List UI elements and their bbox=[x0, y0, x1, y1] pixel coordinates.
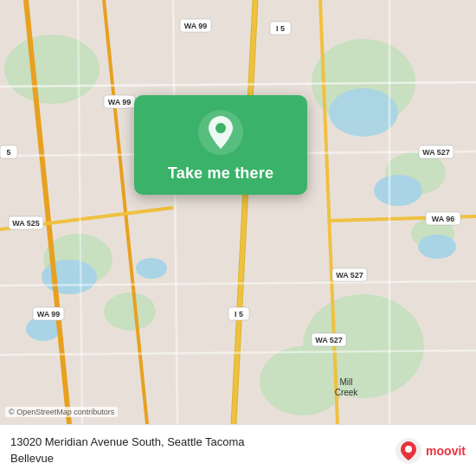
svg-point-1 bbox=[4, 35, 100, 104]
take-me-there-button[interactable]: Take me there bbox=[168, 164, 273, 183]
copyright-text: © OpenStreetMap contributors bbox=[5, 407, 118, 417]
bottom-bar: 13020 Meridian Avenue South, Seattle Tac… bbox=[0, 424, 476, 476]
map-container: WA 99 WA 99 WA 99 I 5 5 I 5 WA 527 WA 52… bbox=[0, 0, 476, 424]
svg-point-56 bbox=[405, 446, 412, 453]
svg-text:WA 527: WA 527 bbox=[336, 271, 363, 280]
svg-point-6 bbox=[104, 293, 156, 331]
svg-text:I 5: I 5 bbox=[276, 24, 285, 33]
svg-point-10 bbox=[374, 175, 422, 206]
svg-text:WA 99: WA 99 bbox=[37, 310, 61, 318]
svg-point-14 bbox=[136, 258, 167, 279]
svg-text:WA 99: WA 99 bbox=[184, 22, 208, 30]
moovit-icon bbox=[395, 437, 422, 465]
address-text: 13020 Meridian Avenue South, Seattle Tac… bbox=[10, 434, 395, 466]
svg-text:Creek: Creek bbox=[335, 388, 359, 397]
svg-text:5: 5 bbox=[6, 148, 10, 157]
svg-point-9 bbox=[329, 88, 398, 137]
svg-text:WA 527: WA 527 bbox=[315, 336, 343, 344]
moovit-logo: moovit bbox=[395, 437, 466, 465]
svg-text:WA 527: WA 527 bbox=[422, 148, 450, 157]
svg-text:WA 99: WA 99 bbox=[108, 98, 132, 106]
svg-text:I 5: I 5 bbox=[235, 310, 243, 318]
svg-point-11 bbox=[418, 235, 456, 259]
svg-point-54 bbox=[215, 123, 226, 133]
svg-point-12 bbox=[42, 260, 97, 294]
svg-text:WA 96: WA 96 bbox=[432, 215, 455, 223]
svg-text:Mill: Mill bbox=[340, 377, 353, 387]
marker-card[interactable]: Take me there bbox=[134, 95, 307, 195]
svg-text:WA 525: WA 525 bbox=[12, 219, 40, 228]
moovit-label: moovit bbox=[426, 444, 466, 458]
location-pin-icon bbox=[197, 109, 244, 156]
